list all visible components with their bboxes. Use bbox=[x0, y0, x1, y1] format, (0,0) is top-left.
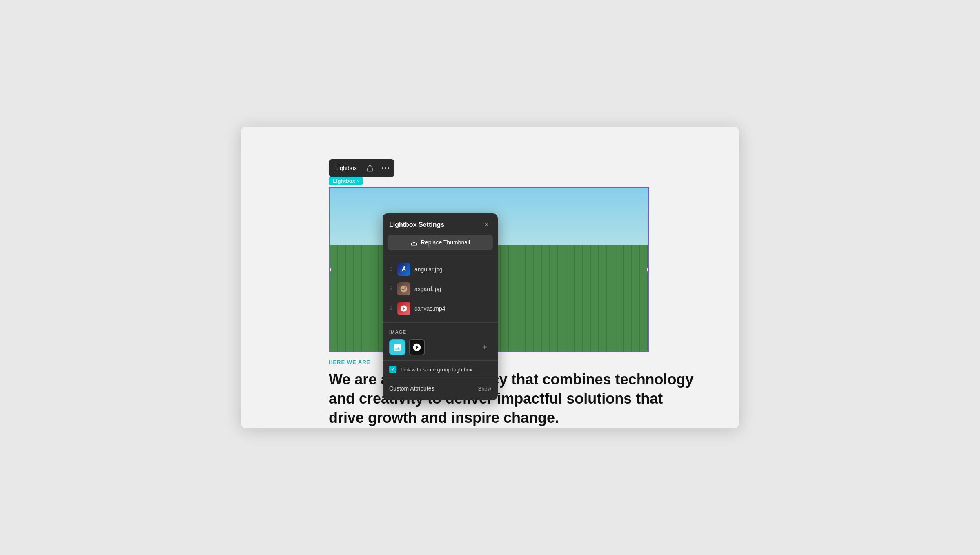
replace-thumbnail-label: Replace Thumbnail bbox=[421, 239, 470, 246]
add-image-button[interactable]: + bbox=[478, 341, 491, 354]
lightbox-tag-text: Lightbox bbox=[333, 178, 355, 184]
divider-1 bbox=[383, 255, 498, 255]
svg-point-1 bbox=[382, 167, 383, 169]
svg-rect-46 bbox=[571, 286, 592, 311]
asgard-icon bbox=[397, 282, 410, 295]
toolbar: Lightbox bbox=[329, 159, 394, 177]
play-icon bbox=[410, 340, 424, 355]
toolbar-label: Lightbox bbox=[330, 162, 362, 174]
settings-panel: Lightbox Settings × Replace Thumbnail ⠿ bbox=[383, 213, 498, 400]
custom-attr-label: Custom Attributes bbox=[389, 385, 434, 392]
svg-point-3 bbox=[388, 167, 389, 169]
file-thumb-canvas bbox=[397, 302, 410, 315]
drag-handle-canvas[interactable]: ⠿ bbox=[389, 306, 393, 311]
angular-icon bbox=[397, 263, 410, 276]
divider-3 bbox=[383, 360, 498, 361]
custom-attr-show-button[interactable]: Show bbox=[478, 386, 491, 392]
image-section-label: Image bbox=[389, 329, 491, 335]
svg-rect-44 bbox=[545, 285, 593, 337]
more-button[interactable] bbox=[378, 161, 393, 175]
resize-handle-left[interactable] bbox=[329, 267, 332, 272]
file-name-angular: angular.jpg bbox=[414, 266, 443, 273]
browser-window: Lightbox Lightbox › bbox=[241, 127, 739, 428]
file-name-asgard: asgard.jpg bbox=[414, 286, 441, 292]
drag-handle-asgard[interactable]: ⠿ bbox=[389, 286, 393, 291]
panel-header: Lightbox Settings × bbox=[383, 213, 498, 235]
replace-icon bbox=[410, 239, 418, 246]
landscape-icon bbox=[390, 340, 405, 355]
file-item-canvas[interactable]: ⠿ canvas.mp4 bbox=[383, 299, 498, 318]
link-label: Link with same group Lightbox bbox=[401, 366, 472, 373]
panel-close-button[interactable]: × bbox=[481, 220, 491, 230]
file-item-asgard[interactable]: ⠿ asgard.jpg bbox=[383, 279, 498, 299]
svg-rect-47 bbox=[546, 313, 568, 336]
file-name-canvas: canvas.mp4 bbox=[414, 305, 445, 312]
custom-attributes-section: Custom Attributes Show bbox=[383, 380, 498, 392]
link-checkbox[interactable] bbox=[389, 366, 396, 373]
panel-title: Lightbox Settings bbox=[389, 221, 444, 229]
resize-handle-right[interactable] bbox=[646, 267, 649, 272]
image-thumb-1[interactable] bbox=[389, 339, 405, 355]
file-thumb-asgard bbox=[397, 282, 410, 295]
divider-4 bbox=[383, 378, 498, 378]
page-content: Lightbox Lightbox › bbox=[241, 127, 739, 428]
canvas-icon bbox=[397, 302, 410, 315]
svg-rect-48 bbox=[571, 313, 592, 336]
file-list: ⠿ angular.jpg ⠿ asgard.jpg bbox=[383, 257, 498, 321]
lightbox-tag-arrow: › bbox=[357, 178, 359, 184]
svg-point-2 bbox=[385, 167, 386, 169]
file-thumb-angular bbox=[397, 263, 410, 276]
lightbox-tag[interactable]: Lightbox › bbox=[329, 177, 363, 185]
image-media-section: Image + bbox=[383, 324, 498, 359]
image-thumb-2[interactable] bbox=[409, 339, 425, 355]
divider-2 bbox=[383, 322, 498, 323]
file-item-angular[interactable]: ⠿ angular.jpg bbox=[383, 260, 498, 279]
share-button[interactable] bbox=[363, 161, 377, 175]
image-thumbs-row: + bbox=[389, 339, 491, 355]
link-section: Link with same group Lightbox bbox=[383, 362, 498, 376]
replace-thumbnail-button[interactable]: Replace Thumbnail bbox=[388, 235, 493, 250]
svg-rect-45 bbox=[546, 286, 568, 311]
drag-handle-angular[interactable]: ⠿ bbox=[389, 267, 393, 272]
